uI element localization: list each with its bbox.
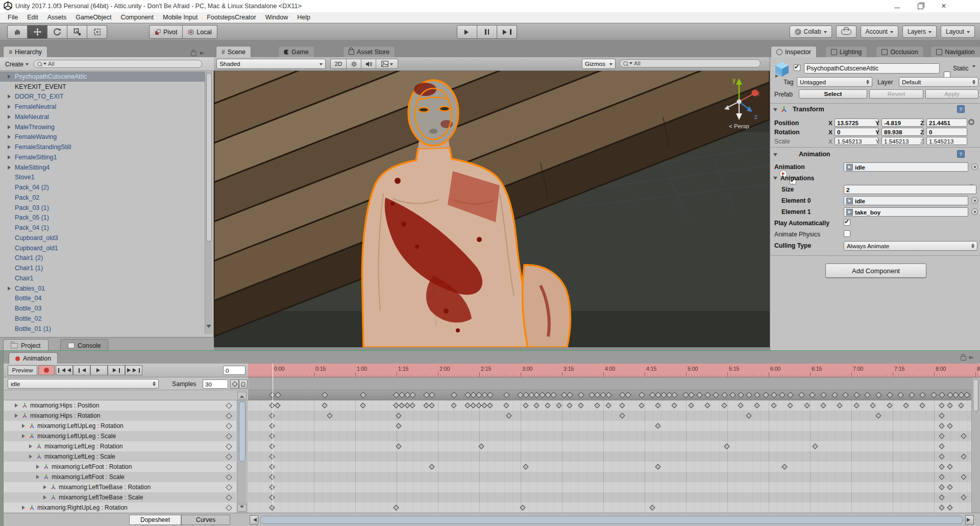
lock-icon[interactable] <box>191 52 197 56</box>
scene-lighting-button[interactable] <box>346 59 361 69</box>
keyframe-diamond[interactable] <box>520 505 526 510</box>
track-foldout-icon[interactable] <box>36 475 41 479</box>
tab-project[interactable]: Project <box>3 339 48 351</box>
hierarchy-item-maleneutral[interactable]: MaleNeutral <box>0 112 205 122</box>
tracks-scroll-up-button[interactable] <box>237 392 247 399</box>
keyframe-diamond[interactable] <box>269 494 275 500</box>
prefab-select-button[interactable]: Select <box>799 89 867 99</box>
dopesheet-summary-row[interactable] <box>248 390 980 400</box>
expand-arrow-icon[interactable] <box>8 125 13 129</box>
record-button[interactable] <box>38 365 55 375</box>
track-mixamorig-leftleg-rotation[interactable]: mixamorig:LeftLeg : Rotation <box>4 441 236 451</box>
keyframe-diamond[interactable] <box>853 402 859 408</box>
hierarchy-item-chair1-1[interactable]: Chair1 (1) <box>0 263 205 273</box>
keyframe-diamond[interactable] <box>939 402 945 408</box>
track-keys-mixamorig-leftupleg-scale[interactable] <box>248 431 980 441</box>
shading-mode-dropdown[interactable]: Shaded <box>216 59 326 69</box>
keyframe-diamond[interactable] <box>947 464 953 469</box>
keyframe-diamond[interactable] <box>920 392 926 398</box>
track-add-key-icon[interactable] <box>226 474 232 481</box>
keyframe-diamond[interactable] <box>903 402 909 408</box>
prefab-apply-button[interactable]: Apply <box>925 89 978 99</box>
hierarchy-item-pack-02[interactable]: Pack_02 <box>0 193 205 203</box>
pause-button[interactable] <box>477 25 497 39</box>
keyframe-diamond[interactable] <box>322 402 327 408</box>
keyframe-diamond[interactable] <box>545 402 550 408</box>
collab-dropdown-button[interactable]: ✓Collab <box>790 26 832 38</box>
keyframe-diamond[interactable] <box>396 413 402 418</box>
keyframe-diamond[interactable] <box>939 464 945 469</box>
expand-arrow-icon[interactable] <box>8 135 13 139</box>
keyframe-diamond[interactable] <box>269 505 275 510</box>
tab-game[interactable]: Game <box>278 46 314 57</box>
play-animation-button[interactable] <box>90 365 108 375</box>
keyframe-diamond[interactable] <box>939 413 945 418</box>
track-mixamorig-lefttoebase-rotation[interactable]: mixamorig:LeftToeBase : Rotation <box>4 482 236 492</box>
timeline-playhead[interactable] <box>273 364 273 506</box>
hierarchy-item-psychopathcutsceneattic[interactable]: PsychopathCutsceneAttic <box>0 71 205 82</box>
keyframe-diamond[interactable] <box>729 392 736 398</box>
scrollbar-thumb[interactable] <box>973 379 978 412</box>
menu-item-gameobject[interactable]: GameObject <box>71 12 116 22</box>
track-foldout-icon[interactable] <box>15 414 20 418</box>
keyframe-diamond[interactable] <box>605 392 612 398</box>
rotate-tool-button[interactable] <box>47 25 67 39</box>
hand-tool-button[interactable] <box>7 25 28 39</box>
hierarchy-item-cupboard-old3[interactable]: Cupboard_old3 <box>0 233 205 243</box>
keyframe-diamond[interactable] <box>958 402 964 408</box>
keyframe-diamond[interactable] <box>812 443 818 449</box>
keyframe-diamond[interactable] <box>479 443 484 449</box>
menu-item-file[interactable]: File <box>3 12 22 22</box>
move-tool-button[interactable] <box>28 25 47 39</box>
tab-animation[interactable]: Animation <box>9 352 58 364</box>
keyframe-diamond[interactable] <box>875 413 881 418</box>
hierarchy-item-chair1-2[interactable]: Chair1 (2) <box>0 253 205 264</box>
rotation-y-field[interactable]: 89.938 <box>881 128 923 136</box>
goto-first-key-button[interactable] <box>56 365 73 375</box>
scale-z-field[interactable]: 1.545213 <box>926 137 967 145</box>
track-keys-mixamorig-lefttoebase-rotation[interactable] <box>248 482 980 492</box>
hierarchy-item-cables-01[interactable]: Cables_01 <box>0 283 205 294</box>
hierarchy-item-femalewaving[interactable]: FemaleWaving <box>0 132 205 142</box>
keyframe-diamond[interactable] <box>870 402 876 408</box>
keyframe-diamond[interactable] <box>909 392 915 398</box>
keyframe-diamond[interactable] <box>503 402 509 408</box>
tab-scene[interactable]: # Scene <box>216 46 251 57</box>
add-event-button[interactable] <box>239 379 248 389</box>
keyframe-diamond[interactable] <box>820 402 826 408</box>
keyframe-diamond[interactable] <box>771 392 777 398</box>
track-foldout-icon[interactable] <box>15 403 20 408</box>
track-mixamorig-leftfoot-rotation[interactable]: mixamorig:LeftFoot : Rotation <box>4 462 236 472</box>
keyframe-diamond[interactable] <box>947 423 953 428</box>
tab-asset-store[interactable]: Asset Store <box>343 46 395 57</box>
track-add-key-icon[interactable] <box>226 443 232 450</box>
keyframe-diamond[interactable] <box>964 392 970 398</box>
goto-last-key-button[interactable] <box>125 365 142 375</box>
expand-arrow-icon[interactable] <box>8 115 13 119</box>
keyframe-diamond[interactable] <box>738 392 744 398</box>
keyframe-diamond[interactable] <box>655 423 660 428</box>
keyframe-diamond[interactable] <box>578 392 584 398</box>
keyframe-diamond[interactable] <box>360 392 366 398</box>
clip-dropdown[interactable]: idle <box>8 379 159 389</box>
keyframe-diamond[interactable] <box>804 402 810 408</box>
keyframe-diamond[interactable] <box>810 392 816 398</box>
object-picker-icon[interactable] <box>971 208 978 215</box>
keyframe-diamond[interactable] <box>269 413 275 418</box>
track-mixamorig-hips-position[interactable]: mixamorig:Hips : Position <box>4 400 236 411</box>
keyframe-diamond[interactable] <box>481 402 487 408</box>
track-mixamorig-hips-rotation[interactable]: mixamorig:Hips : Rotation <box>4 411 236 421</box>
hierarchy-item-cupboard-old1[interactable]: Cupboard_old1 <box>0 243 205 253</box>
keyframe-diamond[interactable] <box>550 392 557 398</box>
scale-tool-button[interactable] <box>67 25 87 39</box>
keyframe-diamond[interactable] <box>655 402 660 408</box>
keyframe-diamond[interactable] <box>639 392 645 398</box>
keyframe-diamond[interactable] <box>746 392 752 398</box>
keyframe-diamond[interactable] <box>961 433 967 439</box>
keyframe-diamond[interactable] <box>578 402 583 408</box>
keyframe-diamond[interactable] <box>887 392 893 398</box>
position-y-field[interactable]: -4.819 <box>881 118 923 127</box>
track-add-key-icon[interactable] <box>226 484 232 491</box>
animate-physics-checkbox[interactable] <box>844 230 850 237</box>
scene-orientation-gizmo[interactable]: y x z < Persp <box>717 75 762 136</box>
